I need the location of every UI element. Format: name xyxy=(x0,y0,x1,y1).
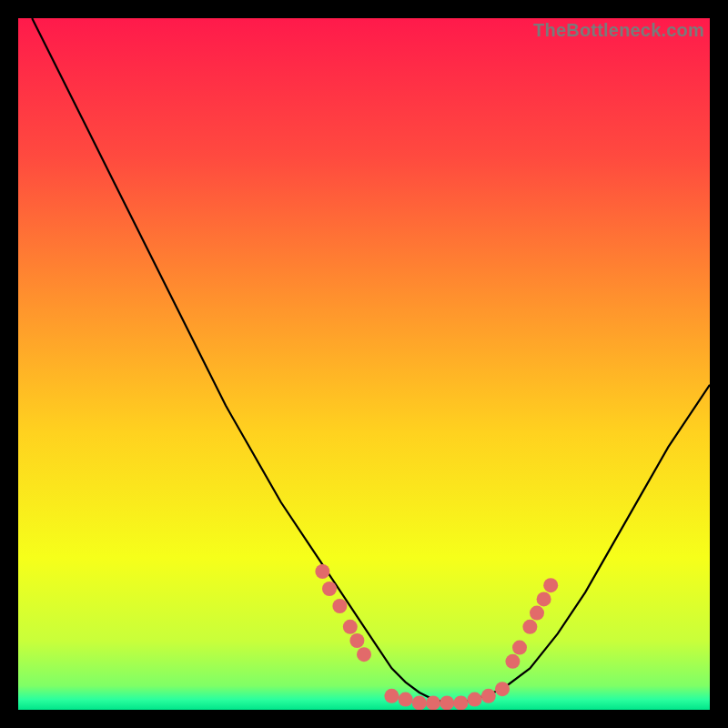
curve-marker xyxy=(495,682,510,696)
gradient-background xyxy=(18,18,710,710)
curve-marker xyxy=(343,620,358,634)
curve-marker xyxy=(530,606,544,621)
curve-marker xyxy=(522,620,537,634)
curve-marker xyxy=(426,695,440,710)
curve-marker xyxy=(481,689,496,703)
curve-marker xyxy=(322,581,337,596)
curve-marker xyxy=(384,689,399,703)
curve-marker xyxy=(505,654,520,669)
chart-svg xyxy=(18,18,710,710)
curve-marker xyxy=(315,564,329,579)
curve-marker xyxy=(332,599,347,613)
curve-marker xyxy=(543,578,558,592)
curve-marker xyxy=(468,693,482,707)
chart-frame: TheBottleneck.com xyxy=(18,18,710,710)
curve-marker xyxy=(512,641,527,655)
curve-marker xyxy=(440,695,454,710)
curve-marker xyxy=(453,695,468,710)
curve-marker xyxy=(399,693,413,707)
curve-marker xyxy=(537,592,551,606)
curve-marker xyxy=(412,695,427,710)
curve-marker xyxy=(349,633,364,648)
curve-marker xyxy=(357,647,371,662)
watermark-text: TheBottleneck.com xyxy=(533,20,704,41)
